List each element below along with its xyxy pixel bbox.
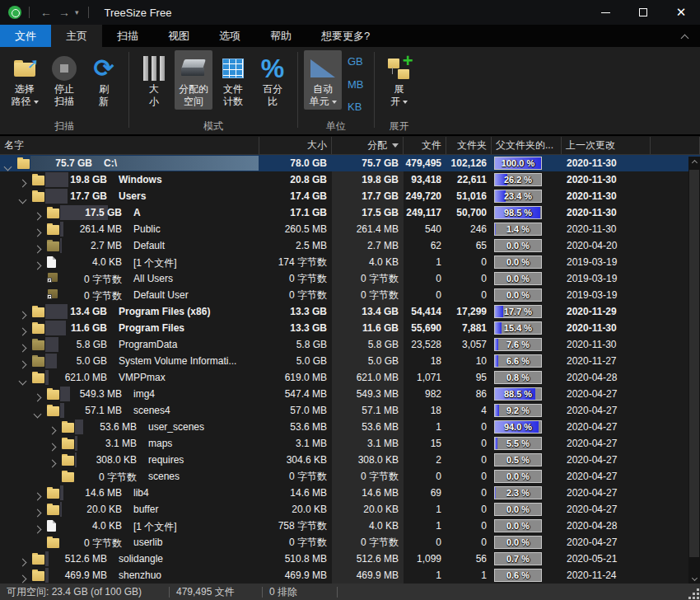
table-row[interactable]: 2.7 MBDefault2.5 MB2.7 MB62650.0 %2020-0… <box>0 237 700 254</box>
table-row[interactable]: 17.7 GBUsers17.4 GB17.7 GB249,72051,0162… <box>0 188 700 204</box>
expand-arrow-icon[interactable] <box>20 359 26 369</box>
table-row[interactable]: 5.0 GBSystem Volume Informati...5.0 GB5.… <box>0 353 700 369</box>
table-row[interactable]: 11.6 GBProgram Files13.3 GB11.6 GB55,690… <box>0 320 700 336</box>
expand-arrow-icon[interactable] <box>20 326 26 336</box>
expand-arrow-icon[interactable] <box>35 391 40 402</box>
percent-value: 2.3 % <box>495 487 541 499</box>
resize-grip[interactable] <box>688 588 699 599</box>
expand-arrow-icon[interactable] <box>35 490 40 501</box>
unit-gb-button[interactable]: GB <box>344 54 367 69</box>
back-icon[interactable]: ← <box>37 6 55 19</box>
column-header-名字[interactable]: 名字 <box>0 137 259 154</box>
unit-mb-button[interactable]: MB <box>344 77 367 92</box>
folders-cell: 86 <box>446 386 492 402</box>
collapse-arrow-icon[interactable] <box>5 161 11 171</box>
expand-arrow-icon[interactable] <box>49 441 55 452</box>
expand-arrow-icon[interactable] <box>35 523 40 534</box>
auto-unit-button[interactable]: 自动单元 <box>304 50 342 110</box>
table-row[interactable]: 14.6 MBlib414.6 MB14.6 MB6902.3 %2020-04… <box>0 485 700 501</box>
folders-cell: 7,881 <box>446 320 492 336</box>
tab-帮助[interactable]: 帮助 <box>255 25 306 47</box>
column-header-上一次更改[interactable]: 上一次更改 <box>562 137 651 154</box>
expand-arrow-icon[interactable] <box>20 309 26 320</box>
select-path-button[interactable]: ➚选择路径 <box>6 50 44 110</box>
percent-cell: 0.7 % <box>492 551 562 567</box>
table-row[interactable]: 549.3 MBimg4547.4 MB549.3 MB9828688.5 %2… <box>0 386 700 402</box>
expand-button[interactable]: +展开 <box>380 50 418 110</box>
expand-arrow-icon[interactable] <box>20 177 26 188</box>
minimize-button[interactable] <box>586 0 624 25</box>
vertical-scrollbar[interactable] <box>688 157 700 584</box>
collapse-arrow-icon[interactable] <box>20 375 26 386</box>
folder-icon <box>47 405 59 416</box>
quick-access-caret-icon[interactable]: ▾ <box>75 8 79 16</box>
table-row[interactable]: 0 字节数scenes0 字节数0 字节数000.0 %2020-04-27 <box>0 468 700 485</box>
expand-arrow-icon[interactable] <box>35 227 40 237</box>
expand-arrow-icon[interactable] <box>35 260 40 270</box>
tab-主页[interactable]: 主页 <box>51 25 102 47</box>
tab-选项[interactable]: 选项 <box>204 25 255 47</box>
folders-cell: 0 <box>446 419 492 435</box>
scroll-up-icon[interactable] <box>688 157 700 168</box>
refresh-label: 刷 <box>99 83 109 96</box>
files-cell: 1,071 <box>404 369 446 386</box>
table-row[interactable]: 75.7 GBC:\78.0 GB75.7 GB479,495102,12610… <box>0 155 700 171</box>
table-row[interactable]: 0 字节数userlib0 字节数0 字节数000.0 %2020-04-27 <box>0 534 700 551</box>
column-header-分配[interactable]: 分配 <box>332 137 404 154</box>
forward-icon[interactable]: → <box>55 6 73 19</box>
expand-arrow-icon[interactable] <box>35 243 40 254</box>
expand-arrow-icon[interactable] <box>20 573 26 584</box>
table-row[interactable]: 0 字节数All Users0 字节数0 字节数000.0 %2019-03-1… <box>0 270 700 287</box>
close-button[interactable]: ✕ <box>662 0 700 25</box>
table-row[interactable]: 19.8 GBWindows20.8 GB19.8 GB93,41822,611… <box>0 171 700 188</box>
tab-视图[interactable]: 视图 <box>153 25 204 47</box>
table-row[interactable]: 53.6 MBuser_scenes53.6 MB53.6 MB1094.0 %… <box>0 419 700 435</box>
table-row[interactable]: 17.5 GBA17.1 GB17.5 GB249,11750,70098.5 … <box>0 204 700 221</box>
table-row[interactable]: 308.0 KBrequires304.6 KB308.0 KB200.5 %2… <box>0 452 700 468</box>
folder-icon <box>32 174 44 185</box>
refresh-button[interactable]: ⟳刷新 <box>85 50 123 110</box>
expand-arrow-icon[interactable] <box>49 457 55 468</box>
table-row[interactable]: 5.8 GBProgramData5.8 GB5.8 GB23,5283,057… <box>0 336 700 353</box>
percent-value: 0.0 % <box>495 471 541 482</box>
tab-扫描[interactable]: 扫描 <box>102 25 153 47</box>
table-row[interactable]: 3.1 MBmaps3.1 MB3.1 MB1505.5 %2020-04-27 <box>0 435 700 452</box>
maximize-button[interactable] <box>624 0 662 25</box>
table-row[interactable]: 469.9 MBshenzhuo469.9 MB469.9 MB110.6 %2… <box>0 567 700 584</box>
size-cell: 469.9 MB <box>259 567 332 584</box>
column-header-大小[interactable]: 大小 <box>259 137 332 154</box>
column-header-文件[interactable]: 文件 <box>404 137 446 154</box>
unit-kb-button[interactable]: KB <box>344 99 367 115</box>
table-row[interactable]: 261.4 MBPublic260.5 MB261.4 MB5402461.4 … <box>0 221 700 237</box>
table-row[interactable]: 4.0 KB[1 个文件]758 字节数4.0 KB100.0 %2020-04… <box>0 518 700 534</box>
expand-arrow-icon[interactable] <box>35 210 40 221</box>
column-header-文件夹[interactable]: 文件夹 <box>446 137 492 154</box>
tab-文件[interactable]: 文件 <box>0 25 51 47</box>
tab-想要更多?[interactable]: 想要更多? <box>306 25 385 47</box>
column-header-父文件夹的...[interactable]: 父文件夹的... <box>492 137 562 154</box>
size-mode-button[interactable]: 大小 <box>135 50 173 110</box>
allocated-mode-button[interactable]: 分配的空间 <box>175 50 212 110</box>
scrollbar-thumb[interactable] <box>689 170 699 557</box>
file-count-mode-button[interactable]: 文件计数 <box>214 50 252 110</box>
table-row[interactable]: 13.4 GBProgram Files (x86)13.3 GB13.4 GB… <box>0 303 700 320</box>
collapse-arrow-icon[interactable] <box>20 194 26 204</box>
table-row[interactable]: 20.0 KBbuffer20.0 KB20.0 KB100.0 %2020-0… <box>0 501 700 518</box>
table-row[interactable]: 57.1 MBscenes457.0 MB57.1 MB1849.2 %2020… <box>0 402 700 419</box>
expand-arrow-icon[interactable] <box>49 424 55 435</box>
expand-arrow-icon[interactable] <box>20 342 26 353</box>
table-row[interactable]: 512.6 MBsolidangle510.8 MB512.6 MB1,0995… <box>0 551 700 567</box>
collapse-arrow-icon[interactable] <box>35 408 40 419</box>
column-header-blank[interactable] <box>651 137 700 154</box>
scroll-down-icon[interactable] <box>688 572 700 584</box>
percent-mode-button[interactable]: %百分比 <box>254 50 292 110</box>
folders-cell: 95 <box>446 369 492 386</box>
expand-arrow-icon[interactable] <box>35 507 40 518</box>
table-row[interactable]: 0 字节数Default User0 字节数0 字节数000.0 %2019-0… <box>0 287 700 303</box>
stop-scan-button[interactable]: 停止扫描 <box>45 50 83 110</box>
collapse-ribbon-icon[interactable] <box>682 30 695 41</box>
last-changed-cell: 2019-03-19 <box>562 287 651 303</box>
table-row[interactable]: 4.0 KB[1 个文件]174 字节数4.0 KB100.0 %2019-03… <box>0 254 700 270</box>
table-row[interactable]: 621.0 MBVMPPmax619.0 MB621.0 MB1,071950.… <box>0 369 700 386</box>
expand-arrow-icon[interactable] <box>20 556 26 567</box>
